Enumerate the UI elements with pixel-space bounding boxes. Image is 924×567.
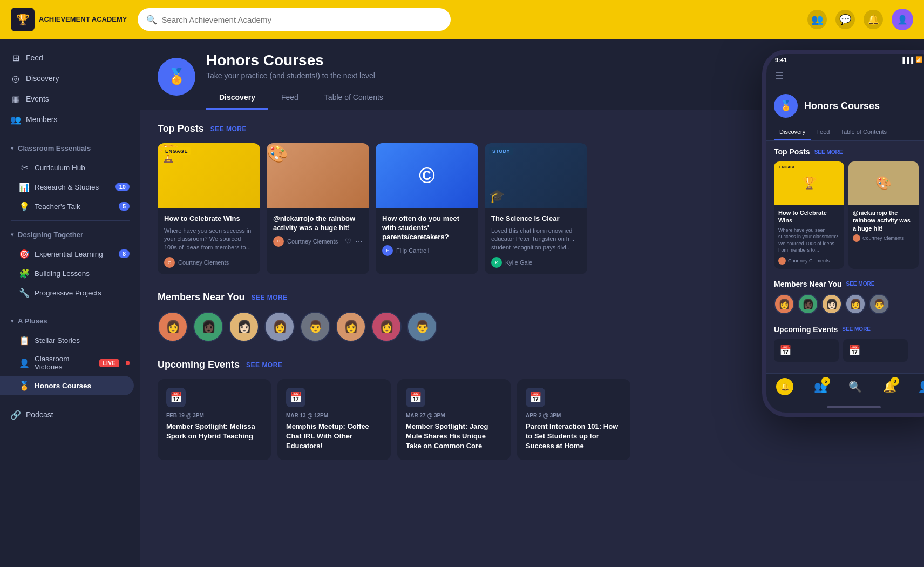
sidebar-item-feed[interactable]: ⊞ Feed: [0, 48, 140, 68]
people-icon-btn[interactable]: 👥: [807, 10, 827, 29]
home-indicator-bar: [827, 406, 881, 408]
sidebar-item-building-lessons[interactable]: 🧩 Building Lessons: [0, 264, 140, 283]
post-card-1[interactable]: ENGAGE 🏆 How to Celebrate Wins Where hav…: [158, 143, 260, 274]
events-icon: ▦: [11, 94, 21, 104]
tab-table-of-contents[interactable]: Table of Contents: [311, 86, 396, 110]
post-card-3[interactable]: © How often do you meet with students' p…: [376, 143, 478, 274]
phone-post-card-1[interactable]: ENGAGE 🏆 How to Celebrate Wins Where hav…: [774, 161, 844, 269]
copyright-icon: ©: [419, 164, 434, 188]
event-card-1[interactable]: 📅 FEB 19 @ 3PM Member Spotlight: Melissa…: [158, 379, 271, 460]
tab-feed[interactable]: Feed: [268, 86, 311, 110]
sidebar-item-podcast[interactable]: 🔗 Podcast: [0, 404, 140, 425]
members-see-more[interactable]: SEE MORE: [251, 294, 287, 301]
member-6[interactable]: 👩: [336, 312, 366, 342]
more-icon[interactable]: ⋮: [921, 70, 924, 83]
search-input[interactable]: [161, 15, 442, 24]
hamburger-icon[interactable]: ☰: [775, 70, 784, 82]
phone-post-card-2[interactable]: 🎨 @nickarrojo the rainbow activity was a…: [848, 161, 919, 269]
member-4[interactable]: 👩: [264, 312, 295, 342]
phone-member-2[interactable]: 👩🏿: [798, 294, 818, 314]
event-2-calendar-icon: 📅: [286, 388, 305, 407]
member-8[interactable]: 👨: [407, 312, 437, 342]
phone-nav-profile[interactable]: 👤: [916, 379, 924, 394]
teachers-talk-label: Teacher's Talk: [35, 202, 80, 211]
sidebar-item-teachers-talk[interactable]: 💡 Teacher's Talk 5: [0, 197, 140, 216]
phone-tab-discovery[interactable]: Discovery: [774, 124, 811, 140]
sidebar-item-events[interactable]: ▦ Events: [0, 89, 140, 109]
event-card-2[interactable]: 📅 MAR 13 @ 12PM Memphis Meetup: Coffee C…: [277, 379, 391, 460]
section-designing-together[interactable]: ▾ Designing Together: [0, 225, 140, 244]
paint-icon: 🎨: [267, 144, 288, 163]
section-classroom-essentials[interactable]: ▾ Classroom Essentials: [0, 139, 140, 158]
event-2-date: MAR 13 @ 12PM: [286, 413, 382, 418]
post-1-author-name: Courtney Clements: [178, 259, 229, 266]
phone-post-1-image: ENGAGE 🏆: [774, 161, 844, 205]
sidebar-item-events-label: Events: [26, 94, 49, 103]
events-see-more[interactable]: SEE MORE: [246, 361, 282, 369]
user-avatar-btn[interactable]: 👤: [892, 9, 913, 30]
event-1-title: Member Spotlight: Melissa Spork on Hybri…: [166, 422, 262, 441]
phone-members-see-more[interactable]: SEE MORE: [846, 281, 875, 287]
phone-author-1-avatar: [778, 257, 786, 265]
phone-nav-home[interactable]: 🔔: [776, 378, 793, 395]
phone-member-5[interactable]: 👨: [869, 294, 889, 314]
phone-nav-search[interactable]: 🔍: [847, 379, 862, 394]
phone-tab-toc[interactable]: Table of Contents: [835, 124, 892, 140]
phone-member-4[interactable]: 👩: [845, 294, 866, 314]
search-icon: 🔍: [146, 15, 157, 25]
phone-event-2[interactable]: 📅: [843, 339, 908, 362]
post-1-tag: ENGAGE: [162, 147, 191, 155]
member-3[interactable]: 👩🏻: [229, 312, 259, 342]
phone-paint-icon: 🎨: [875, 176, 892, 191]
sidebar-item-research-studies[interactable]: 📊 Research & Studies 10: [0, 177, 140, 197]
top-posts-see-more[interactable]: SEE MORE: [210, 125, 247, 133]
event-1-date: FEB 19 @ 3PM: [166, 413, 262, 418]
bell-icon-btn[interactable]: 🔔: [864, 10, 883, 29]
phone-member-1[interactable]: 👩: [774, 294, 794, 314]
phone-nav-community[interactable]: 👥 5: [813, 379, 828, 394]
post-4-author-name: Kylie Gale: [505, 259, 532, 266]
tab-discovery[interactable]: Discovery: [206, 86, 268, 110]
experiential-badge: 8: [119, 249, 130, 258]
search-bar[interactable]: 🔍: [138, 8, 451, 31]
phone-tab-feed[interactable]: Feed: [811, 124, 835, 140]
member-5[interactable]: 👨: [300, 312, 330, 342]
section-a-pluses[interactable]: ▾ A Pluses: [0, 312, 140, 330]
phone-event-1[interactable]: 📅: [774, 339, 839, 362]
member-5-avatar: 👨: [301, 313, 329, 341]
sidebar-item-curriculum-hub[interactable]: ✂ Curriculum Hub: [0, 158, 140, 177]
post-card-2[interactable]: 🎨 @nickarrojo the rainbow activity was a…: [267, 143, 369, 274]
sidebar: ⊞ Feed ◎ Discovery ▦ Events 👥 Members ▾ …: [0, 39, 140, 567]
phone-see-more[interactable]: SEE MORE: [814, 149, 843, 155]
sidebar-item-discovery[interactable]: ◎ Discovery: [0, 68, 140, 89]
sidebar-item-members[interactable]: 👥 Members: [0, 109, 140, 130]
sidebar-item-experiential-learning[interactable]: 🎯 Experiential Learning 8: [0, 244, 140, 264]
post-card-2-image: 🎨: [267, 143, 369, 208]
divider-3: [11, 307, 130, 307]
event-card-3[interactable]: 📅 MAR 27 @ 3PM Member Spotlight: Jareg M…: [397, 379, 511, 460]
divider-2: [11, 220, 130, 221]
top-navigation: 🏆 Achievement Academy 🔍 👥 💬 🔔 👤: [0, 0, 924, 39]
divider-4: [11, 400, 130, 400]
sidebar-item-stellar-stories[interactable]: 📋 Stellar Stories: [0, 330, 140, 350]
member-7[interactable]: 👩: [371, 312, 402, 342]
event-card-4[interactable]: 📅 APR 2 @ 3PM Parent Interaction 101: Ho…: [517, 379, 630, 460]
phone-top-posts-title: Top Posts: [774, 147, 810, 156]
phone-member-3[interactable]: 👩🏻: [821, 294, 842, 314]
sidebar-item-classroom-victories[interactable]: 👤 Classroom Victories LIVE: [0, 350, 140, 376]
designing-together-label: Designing Together: [18, 231, 83, 239]
member-1[interactable]: 👩: [158, 312, 188, 342]
post-card-4[interactable]: STUDY 🎓 The Science is Clear Loved this …: [485, 143, 587, 274]
feed-icon: ⊞: [11, 53, 21, 63]
phone-events-see-more[interactable]: SEE MORE: [842, 326, 871, 332]
phone-nav-notifications[interactable]: 🔔 8: [882, 379, 897, 394]
comment-icon: ⋯: [355, 237, 363, 246]
sidebar-item-progressive-projects[interactable]: 🔧 Progressive Projects: [0, 283, 140, 302]
members-icon: 👥: [11, 114, 21, 124]
phone-post-1-title: How to Celebrate Wins: [778, 209, 840, 225]
research-studies-label: Research & Studies: [35, 183, 99, 191]
member-2[interactable]: 👩🏿: [193, 312, 223, 342]
phone-tabs: Discovery Feed Table of Contents: [766, 124, 924, 141]
sidebar-item-honors-courses[interactable]: 🏅 Honors Courses: [0, 376, 134, 395]
chat-icon-btn[interactable]: 💬: [835, 10, 855, 29]
